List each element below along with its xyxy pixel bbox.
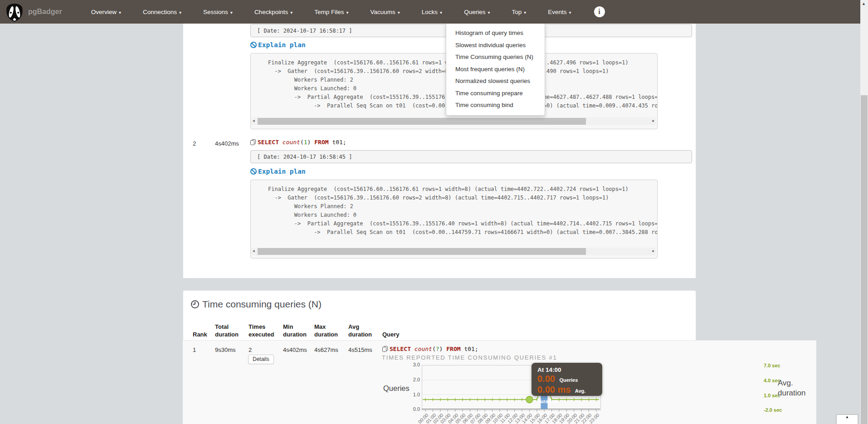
- pgbadger-logo-icon: [5, 3, 24, 23]
- left-axis-tick: 3.0: [405, 362, 420, 367]
- query2-duration: 4s402ms: [215, 140, 239, 147]
- nav-item-label: Vacuums: [371, 9, 395, 15]
- menu-item-time-consuming-prepare[interactable]: Time consuming prepare: [446, 88, 545, 100]
- menu-item-slowest-individual-queries[interactable]: Slowest individual queries: [446, 39, 545, 52]
- row-avg-duration: 4s515ms: [348, 346, 372, 353]
- nav-item-checkpoints[interactable]: Checkpoints▾: [244, 9, 303, 15]
- hscroll-thumb[interactable]: [258, 248, 586, 255]
- chevron-down-icon: ▾: [230, 10, 233, 15]
- circle-slash-icon: [250, 41, 257, 49]
- section-title: Time consuming queries (N): [202, 299, 322, 310]
- column-header-duration: Minduration: [283, 320, 307, 338]
- menu-item-time-consuming-bind[interactable]: Time consuming bind: [446, 99, 545, 112]
- nav-item-overview[interactable]: Overview▾: [80, 9, 132, 15]
- chart-right-axis-label: Avg. duration: [778, 378, 805, 398]
- nav-item-label: Checkpoints: [254, 9, 288, 15]
- copy-icon[interactable]: [250, 139, 256, 146]
- right-axis-tick: -2.0 sec: [764, 407, 782, 413]
- query2-plan-hscrollbar[interactable]: ◂ ▸: [251, 248, 656, 255]
- nav-menu: Overview▾Connections▾Sessions▾Checkpoint…: [80, 9, 582, 15]
- row-rank: 1: [193, 346, 196, 353]
- menu-item-normalized-slowest-queries[interactable]: Normalized slowest queries: [446, 75, 545, 88]
- row-min-duration: 4s402ms: [283, 346, 307, 353]
- page-vertical-scrollbar[interactable]: ▲: [860, 0, 868, 424]
- details-button[interactable]: Details: [248, 355, 274, 364]
- query2-rank: 2: [193, 140, 196, 147]
- query2-plan-text: Finalize Aggregate (cost=156176.60..1561…: [251, 180, 657, 237]
- row-sql-text: SELECT count(?) FROM t01;: [390, 346, 478, 352]
- menu-item-most-frequent-queries-n-[interactable]: Most frequent queries (N): [446, 63, 545, 76]
- row-times-executed: 2: [249, 346, 252, 353]
- query2-date-box: [ Date: 2024-10-17 16:58:45 ]: [250, 150, 692, 163]
- chevron-down-icon: ▾: [119, 10, 121, 15]
- tooltip-queries-label: Queries: [559, 377, 578, 383]
- left-axis-tick: 0.0: [405, 406, 420, 412]
- pgbadger-report-page: pgBadger Overview▾Connections▾Sessions▾C…: [0, 0, 868, 424]
- section-header: Time consuming queries (N): [190, 299, 322, 310]
- menu-item-histogram-of-query-times[interactable]: Histogram of query times: [446, 27, 545, 39]
- vscroll-thumb[interactable]: [861, 95, 868, 424]
- row-query-sql: SELECT count(?) FROM t01;: [382, 346, 478, 352]
- copy-icon[interactable]: [382, 346, 388, 352]
- circle-slash-icon: [250, 168, 257, 175]
- info-icon[interactable]: i: [594, 6, 605, 17]
- chevron-down-icon: ▾: [346, 10, 348, 15]
- chart-tooltip: At 14:00 0.00 Queries 0.00 ms Avg. durat…: [532, 363, 602, 396]
- scroll-right-icon[interactable]: ▸: [652, 118, 654, 123]
- tooltip-queries-value: 0.00: [537, 374, 555, 384]
- nav-item-events[interactable]: Events▾: [537, 9, 582, 15]
- chevron-down-icon: ▾: [179, 10, 181, 15]
- navbar: pgBadger Overview▾Connections▾Sessions▾C…: [0, 0, 860, 24]
- nav-item-label: Queries: [464, 9, 485, 15]
- explain-plan-label: Explain plan: [258, 41, 306, 49]
- query2-sql: SELECT count(1) FROM t01;: [250, 139, 346, 146]
- hover-point: [526, 396, 533, 403]
- tooltip-time: At 14:00: [537, 366, 602, 373]
- query1-date: [ Date: 2024-10-17 16:58:17 ]: [257, 28, 352, 34]
- query2-explain-link[interactable]: Explain plan: [250, 168, 306, 175]
- nav-item-label: Locks: [422, 9, 438, 15]
- nav-item-locks[interactable]: Locks▾: [411, 9, 453, 15]
- left-axis-tick: 2.0: [405, 377, 420, 382]
- menu-item-time-consuming-queries-n-[interactable]: Time Consuming queries (N): [446, 51, 545, 63]
- hscroll-thumb[interactable]: [258, 118, 586, 125]
- nav-item-sessions[interactable]: Sessions▾: [192, 9, 244, 15]
- column-header-rank: Rank: [193, 320, 207, 338]
- row-max-duration: 4s627ms: [314, 346, 338, 353]
- chevron-down-icon: ▾: [488, 10, 490, 15]
- brand-title: pgBadger: [28, 8, 62, 16]
- left-axis-tick: 1.0: [405, 392, 420, 397]
- column-header-executed: Timesexecuted: [249, 320, 274, 338]
- scroll-left-icon[interactable]: ◂: [253, 249, 255, 253]
- query2-date: [ Date: 2024-10-17 16:58:45 ]: [257, 154, 352, 160]
- query1-explain-link[interactable]: Explain plan: [250, 41, 306, 49]
- nav-item-connections[interactable]: Connections▾: [132, 9, 192, 15]
- column-header-duration: Avgduration: [348, 320, 372, 338]
- top-dropdown-menu: Histogram of query timesSlowest individu…: [446, 24, 545, 116]
- nav-item-queries[interactable]: Queries▾: [453, 9, 501, 15]
- chevron-down-icon: ▾: [290, 10, 293, 15]
- scroll-up-icon[interactable]: ▲: [862, 1, 866, 6]
- scroll-to-top-button[interactable]: ▲: [836, 414, 858, 424]
- chevron-down-icon: ▾: [398, 10, 400, 15]
- nav-item-label: Events: [548, 9, 566, 15]
- nav-item-label: Top: [512, 9, 522, 15]
- nav-item-vacuums[interactable]: Vacuums▾: [360, 9, 411, 15]
- scroll-left-icon[interactable]: ◂: [253, 118, 255, 123]
- nav-item-label: Overview: [91, 9, 117, 15]
- column-header-query: Query: [382, 320, 400, 338]
- query2-sql-text: SELECT count(1) FROM t01;: [258, 139, 346, 146]
- clock-icon: [190, 300, 200, 309]
- tooltip-duration-value: 0.00 ms: [537, 385, 571, 395]
- chevron-down-icon: ▾: [440, 10, 442, 15]
- query1-plan-hscrollbar[interactable]: ◂ ▸: [251, 117, 656, 125]
- nav-item-label: Sessions: [203, 9, 228, 15]
- scroll-right-icon[interactable]: ▸: [652, 249, 654, 253]
- nav-item-temp-files[interactable]: Temp Files▾: [303, 9, 359, 15]
- row-total-duration: 9s30ms: [215, 346, 236, 353]
- explain-plan-label: Explain plan: [258, 168, 306, 175]
- column-header-duration: Totalduration: [215, 320, 239, 338]
- chart-title: TIMES REPORTED TIME CONSUMING QUERIES #1: [382, 354, 557, 361]
- column-header-duration: Maxduration: [314, 320, 338, 338]
- nav-item-top[interactable]: Top▾: [501, 9, 537, 15]
